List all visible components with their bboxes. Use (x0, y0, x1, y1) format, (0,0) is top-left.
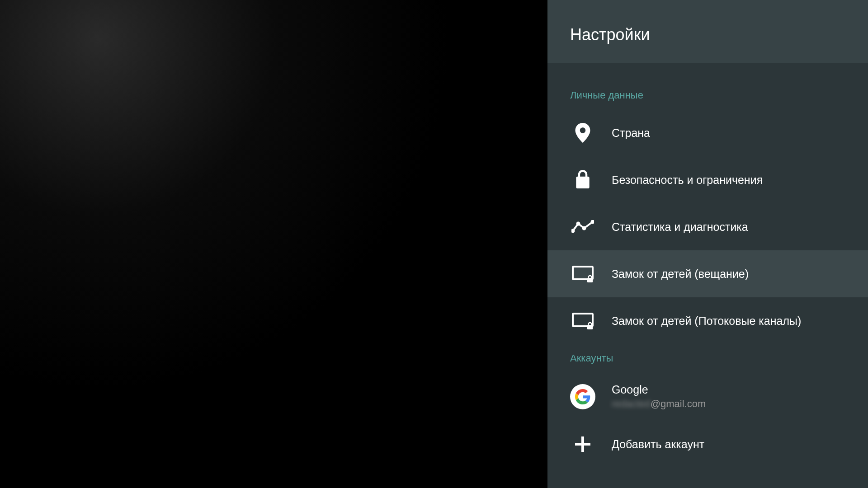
settings-panel: Настройки Личные данные Страна Без (547, 0, 868, 488)
location-pin-icon (570, 120, 595, 145)
settings-item-child-lock-broadcast[interactable]: Замок от детей (вещание) (547, 250, 868, 297)
settings-item-security[interactable]: Безопасность и ограничения (547, 156, 868, 203)
svg-point-2 (582, 226, 586, 230)
section-header-accounts: Аккаунты (547, 344, 868, 372)
item-label: Замок от детей (Потоковые каналы) (612, 314, 801, 328)
panel-header: Настройки (547, 0, 868, 63)
settings-item-country[interactable]: Страна (547, 109, 868, 156)
item-label: Замок от детей (вещание) (612, 267, 749, 281)
svg-rect-4 (587, 278, 593, 282)
settings-item-google-account[interactable]: Google redacted@gmail.com (547, 372, 868, 421)
item-subtitle: redacted@gmail.com (612, 398, 706, 410)
section-header-personal: Личные данные (547, 81, 868, 109)
item-label: Добавить аккаунт (612, 438, 704, 451)
settings-item-stats[interactable]: Статистика и диагностика (547, 203, 868, 250)
svg-point-1 (576, 222, 580, 226)
main-content-area (0, 0, 547, 488)
item-label: Google (612, 383, 706, 396)
item-label: Страна (612, 127, 650, 140)
panel-title: Настройки (570, 25, 845, 44)
screen-lock-icon (570, 308, 595, 333)
lock-icon (570, 167, 595, 192)
settings-item-child-lock-streaming[interactable]: Замок от детей (Потоковые каналы) (547, 297, 868, 344)
plus-icon (570, 432, 595, 457)
google-icon (570, 384, 595, 409)
svg-rect-5 (587, 325, 593, 329)
item-label: Статистика и диагностика (612, 221, 748, 234)
screen-lock-icon (570, 261, 595, 286)
settings-item-add-account[interactable]: Добавить аккаунт (547, 421, 868, 468)
chart-line-icon (570, 214, 595, 239)
item-label: Безопасность и ограничения (612, 174, 763, 187)
panel-content: Личные данные Страна Безопасность и огра… (547, 63, 868, 488)
